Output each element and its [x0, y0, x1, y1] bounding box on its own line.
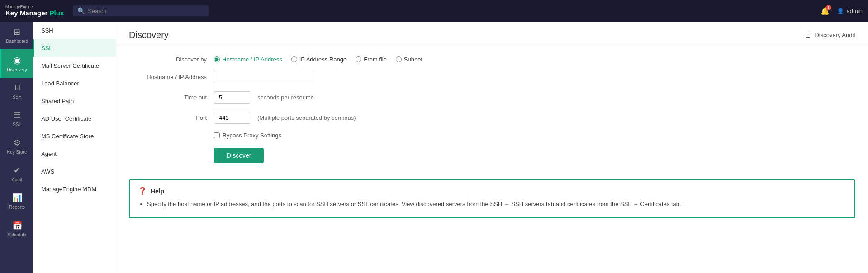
help-text: Specify the host name or IP addresses, a… — [138, 200, 846, 209]
reports-icon: 📊 — [12, 193, 22, 203]
sidebar-item-ssl[interactable]: ☰ SSL — [0, 105, 33, 132]
bypass-proxy-checkbox[interactable] — [214, 132, 220, 138]
sidebar-label-dashboard: Dashboard — [6, 39, 28, 44]
help-title: Help — [151, 188, 164, 195]
discovery-audit-link[interactable]: 🗒 Discovery Audit — [805, 31, 855, 39]
radio-hostname[interactable]: Hostname / IP Address — [214, 56, 282, 63]
subnav-item-load-balancer[interactable]: Load Balancer — [33, 75, 116, 92]
notifications[interactable]: 🔔 1 — [821, 7, 830, 15]
schedule-icon: 📅 — [12, 221, 22, 231]
sidebar-label-discovery: Discovery — [7, 67, 27, 72]
topbar-right: 🔔 1 👤 admin — [821, 7, 863, 15]
subnav-item-mdm[interactable]: ManageEngine MDM — [33, 180, 116, 198]
sidebar-item-audit[interactable]: ✔ Audit — [0, 160, 33, 188]
logo: ManageEngine Key Manager Plus — [5, 5, 64, 17]
audit-doc-icon: 🗒 — [805, 31, 812, 39]
sidebar-label-reports: Reports — [9, 205, 25, 210]
sidebar-item-ssh[interactable]: 🖥 SSH — [0, 78, 33, 105]
search-input[interactable] — [88, 8, 196, 14]
audit-link-label: Discovery Audit — [815, 32, 855, 38]
help-section: ❓ Help Specify the host name or IP addre… — [129, 179, 855, 218]
subnav-item-ms-cert[interactable]: MS Certificate Store — [33, 127, 116, 145]
content-area: Discovery 🗒 Discovery Audit Discover by … — [116, 22, 868, 273]
discovery-form: Discover by Hostname / IP Address IP Add… — [116, 45, 868, 172]
radio-ip-range-input[interactable] — [291, 56, 297, 62]
search-icon: 🔍 — [77, 7, 85, 14]
sidebar-label-ssl: SSL — [13, 122, 21, 127]
radio-ip-range-label: IP Address Range — [299, 56, 347, 63]
sidebar-item-keystore[interactable]: ⚙ Key Store — [0, 132, 33, 160]
port-suffix: (Multiple ports separated by commas) — [257, 114, 356, 121]
ssl-icon: ☰ — [14, 110, 21, 120]
sidebar-label-audit: Audit — [12, 177, 22, 182]
sidebar-item-discovery[interactable]: ◉ Discovery — [0, 49, 33, 78]
subnav-item-aws[interactable]: AWS — [33, 163, 116, 180]
page-title: Discovery — [129, 30, 169, 40]
bypass-proxy-label[interactable]: Bypass Proxy Settings — [223, 132, 281, 139]
discover-button[interactable]: Discover — [214, 148, 264, 163]
radio-ip-range[interactable]: IP Address Range — [291, 56, 347, 63]
discovery-icon: ◉ — [13, 55, 21, 66]
bypass-proxy-row: Bypass Proxy Settings — [214, 132, 850, 139]
timeout-label: Time out — [134, 94, 207, 101]
hostname-label: Hostname / IP Address — [134, 74, 207, 80]
notif-badge: 1 — [826, 5, 831, 10]
topbar: ManageEngine Key Manager Plus 🔍 🔔 1 👤 ad… — [0, 0, 868, 22]
discover-by-row: Discover by Hostname / IP Address IP Add… — [134, 56, 850, 63]
sidebar-label-keystore: Key Store — [7, 150, 27, 155]
sidebar-item-dashboard[interactable]: ⊞ Dashboard — [0, 22, 33, 49]
discovery-header: Discovery 🗒 Discovery Audit — [116, 22, 868, 45]
radio-from-file-label: From file — [364, 56, 387, 63]
port-input[interactable] — [214, 112, 250, 124]
dashboard-icon: ⊞ — [14, 27, 20, 37]
user-icon: 👤 — [837, 8, 844, 14]
help-item-0: Specify the host name or IP addresses, a… — [147, 200, 846, 209]
timeout-suffix: seconds per resource — [257, 94, 314, 101]
timeout-input[interactable] — [214, 91, 250, 104]
port-label: Port — [134, 114, 207, 121]
subnav-item-mail-server[interactable]: Mail Server Certificate — [33, 57, 116, 75]
port-row: Port (Multiple ports separated by commas… — [134, 112, 850, 124]
radio-subnet-label: Subnet — [404, 56, 422, 63]
subnav-item-ad-user[interactable]: AD User Certificate — [33, 110, 116, 127]
subnav-item-agent[interactable]: Agent — [33, 145, 116, 163]
radio-from-file[interactable]: From file — [356, 56, 387, 63]
sidebar-item-reports[interactable]: 📊 Reports — [0, 188, 33, 215]
radio-hostname-label: Hostname / IP Address — [222, 56, 282, 63]
help-icon: ❓ — [138, 187, 147, 195]
hostname-row: Hostname / IP Address — [134, 71, 850, 83]
search-bar[interactable]: 🔍 — [73, 5, 209, 16]
timeout-row: Time out seconds per resource — [134, 91, 850, 104]
main-layout: ⊞ Dashboard ◉ Discovery 🖥 SSH ☰ SSL ⚙ Ke… — [0, 22, 868, 273]
radio-group: Hostname / IP Address IP Address Range F… — [214, 56, 422, 63]
audit-icon: ✔ — [14, 165, 20, 175]
hostname-input[interactable] — [214, 71, 313, 83]
logo-bottom: Key Manager Plus — [5, 9, 64, 17]
radio-hostname-input[interactable] — [214, 56, 220, 62]
subnav-item-ssl[interactable]: SSL — [33, 39, 116, 57]
discover-by-label: Discover by — [134, 56, 207, 63]
sidebar-item-schedule[interactable]: 📅 Schedule — [0, 215, 33, 243]
sidebar-sub: SSH SSL Mail Server Certificate Load Bal… — [33, 22, 116, 273]
subnav-item-shared-path[interactable]: Shared Path — [33, 92, 116, 110]
logo-plus: Plus — [50, 9, 64, 17]
sidebar-nav: ⊞ Dashboard ◉ Discovery 🖥 SSH ☰ SSL ⚙ Ke… — [0, 22, 33, 273]
subnav-item-ssh[interactable]: SSH — [33, 22, 116, 39]
sidebar-label-schedule: Schedule — [8, 232, 27, 237]
radio-from-file-input[interactable] — [356, 56, 361, 62]
sidebar-label-ssh: SSH — [12, 94, 22, 99]
user-label: admin — [847, 8, 863, 14]
ssh-icon: 🖥 — [13, 83, 21, 93]
radio-subnet[interactable]: Subnet — [396, 56, 422, 63]
radio-subnet-input[interactable] — [396, 56, 402, 62]
help-header: ❓ Help — [138, 187, 846, 195]
keystore-icon: ⚙ — [14, 138, 21, 148]
user-menu[interactable]: 👤 admin — [837, 8, 863, 14]
